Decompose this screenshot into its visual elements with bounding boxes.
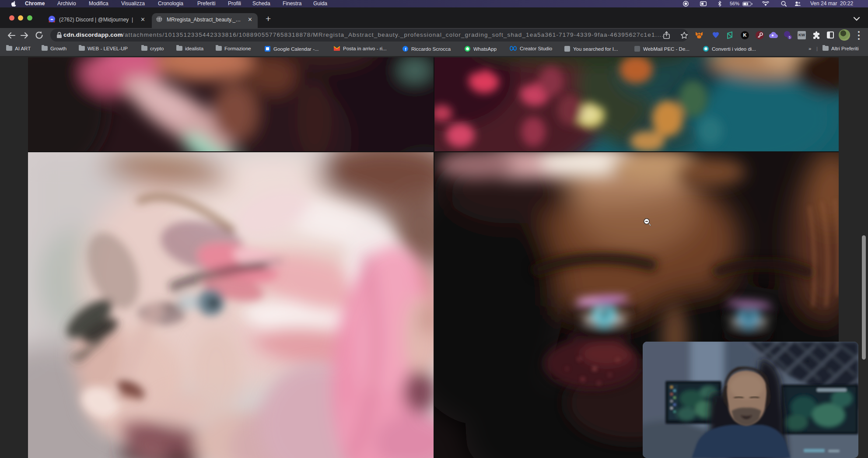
svg-text:5: 5 [789,36,791,39]
